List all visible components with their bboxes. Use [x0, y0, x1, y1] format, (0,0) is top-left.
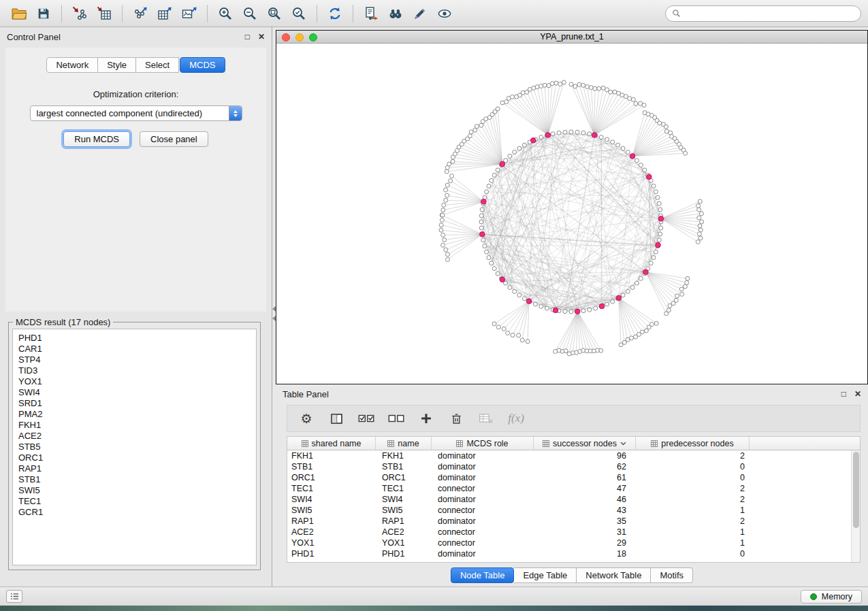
- export-network-icon[interactable]: [128, 3, 152, 24]
- close-panel-icon[interactable]: ✕: [258, 33, 265, 41]
- mcds-result-item[interactable]: GCR1: [18, 507, 256, 518]
- task-history-icon[interactable]: [6, 590, 22, 603]
- tab-motifs[interactable]: Motifs: [651, 567, 693, 583]
- table-cell: PHD1: [287, 549, 376, 559]
- show-columns-icon[interactable]: [326, 408, 347, 429]
- mcds-result-item[interactable]: ACE2: [18, 431, 256, 442]
- network-view-window: YPA_prune.txt_1: [276, 30, 868, 384]
- close-panel-button[interactable]: Close panel: [140, 131, 208, 147]
- mcds-result-item[interactable]: STB1: [18, 474, 256, 485]
- zoom-in-icon[interactable]: [213, 3, 238, 24]
- tab-node-table[interactable]: Node Table: [451, 567, 515, 583]
- table-cell: 43: [534, 506, 636, 515]
- table-settings-icon[interactable]: ⚙: [296, 408, 317, 429]
- search-network-icon[interactable]: [383, 3, 408, 24]
- table-row[interactable]: SWI5SWI5connector431: [287, 505, 851, 516]
- fx-label: f(x): [508, 412, 524, 425]
- table-row[interactable]: TEC1TEC1connector472: [287, 483, 851, 494]
- select-all-icon[interactable]: [356, 408, 376, 429]
- export-image-icon[interactable]: [177, 3, 202, 24]
- optimization-criterion-label: Optimization criterion:: [5, 89, 266, 99]
- mcds-result-item[interactable]: TID3: [18, 365, 256, 376]
- import-network-icon[interactable]: [67, 3, 92, 24]
- mcds-result-title: MCDS result (17 nodes): [13, 317, 113, 327]
- table-panel-titlebar: Table Panel □ ✕: [276, 384, 868, 403]
- table-cell: connector: [432, 538, 534, 548]
- mcds-result-item[interactable]: SWI5: [18, 485, 256, 496]
- mcds-result-item[interactable]: STB5: [18, 442, 256, 452]
- table-cell: connector: [432, 506, 534, 515]
- tab-network-table[interactable]: Network Table: [577, 567, 651, 583]
- tab-network[interactable]: Network: [46, 57, 98, 73]
- table-cell: PHD1: [376, 549, 432, 559]
- search-input[interactable]: [685, 8, 854, 18]
- toolbar-separator: [317, 5, 317, 22]
- table-row[interactable]: ACE2ACE2connector311: [287, 527, 851, 538]
- minimize-window-icon[interactable]: [295, 33, 304, 42]
- column-header-name[interactable]: name: [376, 437, 432, 450]
- refresh-icon[interactable]: [323, 3, 347, 24]
- mcds-result-item[interactable]: YOX1: [18, 376, 256, 387]
- table-scrollbar[interactable]: [851, 450, 860, 562]
- import-table-icon[interactable]: [92, 3, 116, 24]
- save-icon[interactable]: [31, 3, 56, 24]
- toolbar-separator: [61, 5, 62, 22]
- close-window-icon[interactable]: [282, 33, 290, 42]
- maximize-window-icon[interactable]: [309, 33, 317, 42]
- mcds-tab-content: NetworkStyleSelectMCDS Optimization crit…: [5, 48, 266, 312]
- mcds-result-item[interactable]: STP4: [18, 354, 256, 365]
- zoom-fit-icon[interactable]: [262, 3, 287, 24]
- open-file-icon[interactable]: [7, 3, 31, 24]
- tab-edge-table[interactable]: Edge Table: [514, 567, 577, 583]
- mcds-result-item[interactable]: PMA2: [18, 409, 256, 420]
- column-header-shared-name[interactable]: shared name: [287, 437, 376, 450]
- table-cell: YOX1: [287, 538, 376, 548]
- table-cell: RAP1: [287, 516, 376, 526]
- add-column-icon[interactable]: [416, 408, 436, 429]
- column-header-mcds-role[interactable]: MCDS role: [432, 437, 534, 450]
- table-row[interactable]: PHD1PHD1dominator180: [287, 548, 851, 559]
- export-table-icon[interactable]: [152, 3, 177, 24]
- table-row[interactable]: STB1STB1dominator620: [287, 461, 851, 472]
- table-row[interactable]: ORC1ORC1dominator610: [287, 472, 851, 483]
- marker-icon[interactable]: [408, 3, 432, 24]
- network-window-titlebar[interactable]: YPA_prune.txt_1: [276, 31, 867, 44]
- delete-column-icon[interactable]: [446, 408, 466, 429]
- run-mcds-button[interactable]: Run MCDS: [63, 131, 130, 147]
- table-cell: TEC1: [287, 484, 376, 493]
- table-cell: ACE2: [376, 527, 432, 537]
- table-row[interactable]: SWI4SWI4dominator462: [287, 494, 851, 505]
- optimization-criterion-dropdown[interactable]: largest connected component (undirected): [30, 105, 242, 121]
- search-box[interactable]: [665, 5, 861, 22]
- network-canvas[interactable]: [276, 44, 867, 384]
- table-row[interactable]: YOX1YOX1connector291: [287, 538, 851, 548]
- tab-style[interactable]: Style: [98, 57, 136, 73]
- column-header-predecessor-nodes[interactable]: predecessor nodes: [636, 437, 750, 450]
- mcds-result-list[interactable]: PHD1CAR1STP4TID3YOX1SWI4SRD1PMA2FKH1ACE2…: [12, 329, 257, 565]
- mcds-result-item[interactable]: FKH1: [18, 420, 256, 431]
- column-header-successor-nodes[interactable]: successor nodes: [534, 437, 636, 450]
- table-row[interactable]: FKH1FKH1dominator962: [287, 450, 851, 461]
- mcds-result-item[interactable]: RAP1: [18, 463, 256, 474]
- table-cell: dominator: [432, 495, 534, 504]
- memory-button[interactable]: Memory: [801, 590, 862, 604]
- show-all-icon[interactable]: [432, 3, 457, 24]
- float-panel-icon[interactable]: □: [245, 33, 250, 41]
- mcds-result-item[interactable]: SRD1: [18, 398, 256, 409]
- mcds-result-item[interactable]: PHD1: [18, 333, 256, 344]
- float-panel-icon[interactable]: □: [841, 390, 846, 398]
- clone-network-icon[interactable]: [359, 3, 383, 24]
- table-panel: Table Panel □ ✕ ⚙: [276, 384, 868, 587]
- mcds-result-item[interactable]: SWI4: [18, 387, 256, 398]
- tab-select[interactable]: Select: [136, 57, 179, 73]
- mcds-result-item[interactable]: TEC1: [18, 496, 256, 507]
- close-panel-icon[interactable]: ✕: [854, 390, 861, 398]
- scrollbar-thumb[interactable]: [853, 452, 859, 528]
- zoom-out-icon[interactable]: [238, 3, 262, 24]
- mcds-result-item[interactable]: ORC1: [18, 452, 256, 463]
- mcds-result-item[interactable]: CAR1: [18, 344, 256, 354]
- table-row[interactable]: RAP1RAP1dominator352: [287, 516, 851, 527]
- deselect-all-icon[interactable]: [386, 408, 406, 429]
- zoom-selected-icon[interactable]: [287, 3, 311, 24]
- tab-mcds[interactable]: MCDS: [180, 57, 225, 73]
